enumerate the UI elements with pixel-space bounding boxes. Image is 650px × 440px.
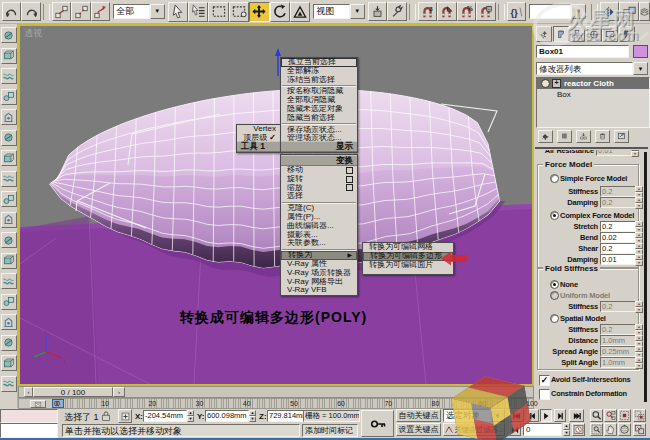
radio-unselected[interactable] (550, 291, 559, 300)
go-to-end-button[interactable] (569, 409, 584, 422)
angle-snap-toggle-button[interactable] (437, 2, 456, 21)
spinner-down-button[interactable]: ▼ (563, 430, 570, 437)
time-slider-handle[interactable]: 0 / 100 (33, 387, 113, 397)
menu-item[interactable]: 关联参数... (281, 239, 357, 248)
reactor-tool-9[interactable] (1, 191, 17, 207)
tab-create[interactable] (536, 26, 552, 42)
menu-item[interactable]: V-Ray 场景转换器 (281, 269, 357, 278)
select-and-rotate-button[interactable] (270, 2, 290, 22)
menu-item[interactable]: 摄影表... (281, 231, 357, 240)
spinner-control[interactable]: ▲▼ (635, 232, 643, 243)
menu-item[interactable]: 隐藏未选定对象 (281, 105, 357, 114)
spinner-control[interactable]: ▲▼ (635, 197, 643, 208)
numeric-field[interactable]: 0.2 (600, 197, 636, 208)
select-and-link-button[interactable] (52, 2, 71, 21)
layer-manager-button[interactable] (639, 2, 650, 21)
absolute-mode-transform-toggle[interactable] (118, 409, 132, 423)
numeric-field[interactable]: 0.2 (600, 324, 636, 335)
tab-utilities[interactable] (619, 26, 635, 42)
rectangular-selection-region-button[interactable] (208, 2, 228, 22)
menu-item-settings-icon[interactable] (346, 184, 353, 191)
menu-item[interactable]: 转换为▶ (281, 251, 357, 260)
menu-item[interactable]: V-Ray 网格导出 (281, 278, 357, 287)
arc-rotate-button[interactable] (618, 423, 631, 436)
menu-item[interactable]: 属性(P)... (281, 213, 357, 222)
spinner-control[interactable]: ▲▼ (635, 335, 643, 346)
reactor-tool-5[interactable] (1, 109, 17, 125)
reactor-tool-2[interactable] (1, 48, 17, 64)
select-and-manipulate-button[interactable] (387, 2, 406, 21)
spinner-control[interactable]: ▲▼ (635, 324, 643, 335)
window-crossing-button[interactable] (229, 2, 249, 22)
spinner-control[interactable]: ▲▼ (635, 254, 643, 265)
numeric-field[interactable]: 0.2 (600, 221, 636, 232)
menu-item[interactable]: 全部取消隐藏 (281, 96, 357, 105)
zoom-all-button[interactable] (604, 409, 617, 422)
menu-item[interactable]: 保存场景状态... (281, 126, 357, 135)
selection-lock-toggle[interactable] (100, 410, 113, 423)
select-and-scale-button[interactable] (290, 2, 310, 22)
region-zoom-button[interactable] (590, 423, 603, 436)
spinner-control[interactable]: ▲▼ (631, 150, 639, 156)
use-pivot-point-center-button[interactable] (368, 2, 387, 21)
reactor-tool-12[interactable] (1, 253, 17, 269)
tab-display[interactable] (602, 26, 618, 42)
numeric-field[interactable]: 1.0mm (600, 357, 636, 368)
object-color-swatch[interactable] (633, 45, 648, 58)
frame-spinner[interactable]: ▲▼ (563, 423, 570, 436)
tab-hierarchy[interactable] (569, 26, 585, 42)
menu-item[interactable]: 克隆(C) (281, 204, 357, 213)
mirror-button[interactable] (600, 2, 619, 21)
zoom-extents-button[interactable] (618, 409, 631, 422)
add-time-tag-button[interactable]: 添加时间标记 (302, 424, 358, 437)
edit-named-selection-sets-button[interactable] (507, 2, 526, 21)
named-selection-arrow[interactable]: ▼ (571, 4, 586, 19)
spinner-control[interactable]: ▲▼ (635, 186, 643, 197)
min-max-toggle-button[interactable] (633, 423, 646, 436)
menu-item[interactable]: 孤立当前选择 (281, 58, 357, 67)
numeric-field[interactable]: 0.02 (600, 232, 636, 243)
spinner-down-button[interactable]: ▼ (635, 363, 643, 369)
zoom-button[interactable] (590, 409, 603, 422)
snap-toggle-3d-button[interactable] (418, 2, 437, 21)
menu-item[interactable]: 移动 (281, 166, 357, 175)
viewport-label[interactable]: 透视 (24, 27, 42, 40)
open-mini-curve-editor-button[interactable] (30, 400, 46, 408)
spinner-snap-toggle-button[interactable] (476, 2, 495, 21)
zoom-extents-all-button[interactable] (633, 409, 646, 422)
menu-item[interactable]: 曲线编辑器... (281, 222, 357, 231)
next-frame-button[interactable] (554, 409, 566, 422)
named-selection-sets-dropdown[interactable]: ▼ (529, 4, 586, 19)
numeric-field[interactable]: 0.2 (600, 301, 636, 312)
reactor-tool-3[interactable] (1, 68, 17, 84)
reactor-tool-10[interactable] (1, 212, 17, 228)
configure-modifier-sets-button[interactable] (614, 130, 629, 143)
spinner-down-button[interactable]: ▼ (249, 416, 256, 422)
y-coordinate-field[interactable]: 600.098mm (205, 410, 249, 422)
reactor-tool-13[interactable] (1, 273, 17, 289)
align-button[interactable] (619, 2, 638, 21)
bind-to-space-warp-button[interactable] (91, 2, 110, 21)
tab-motion[interactable] (586, 26, 602, 42)
menu-item[interactable]: V-Ray VFB (281, 286, 357, 295)
object-name-field[interactable]: Box01 (536, 45, 629, 58)
menu-item[interactable]: 全部解冻 (281, 67, 357, 76)
maxscript-mini-listener-macro[interactable] (0, 409, 58, 423)
menu-item[interactable]: 按名称取消隐藏 (281, 87, 357, 96)
select-and-move-button[interactable] (249, 2, 269, 22)
numeric-field[interactable]: 1.0mm (600, 335, 636, 346)
modifier-list-arrow[interactable]: ▼ (633, 62, 648, 75)
spinner-control[interactable]: ▲▼ (635, 301, 643, 312)
radio-selected[interactable] (550, 280, 559, 289)
menu-item-settings-icon[interactable] (346, 167, 353, 174)
reactor-tool-15[interactable] (1, 314, 17, 330)
radio-unselected[interactable] (550, 314, 559, 323)
pan-button[interactable] (604, 423, 617, 436)
reactor-tool-16[interactable] (1, 335, 17, 351)
make-unique-button[interactable] (576, 130, 591, 143)
spinner-control[interactable]: ▲▼ (635, 221, 643, 232)
x-coordinate-field[interactable]: -204.54mm (143, 410, 187, 422)
undo-button[interactable] (2, 2, 21, 21)
percent-snap-toggle-button[interactable] (457, 2, 476, 21)
menu-item[interactable]: 选择 (281, 192, 357, 201)
